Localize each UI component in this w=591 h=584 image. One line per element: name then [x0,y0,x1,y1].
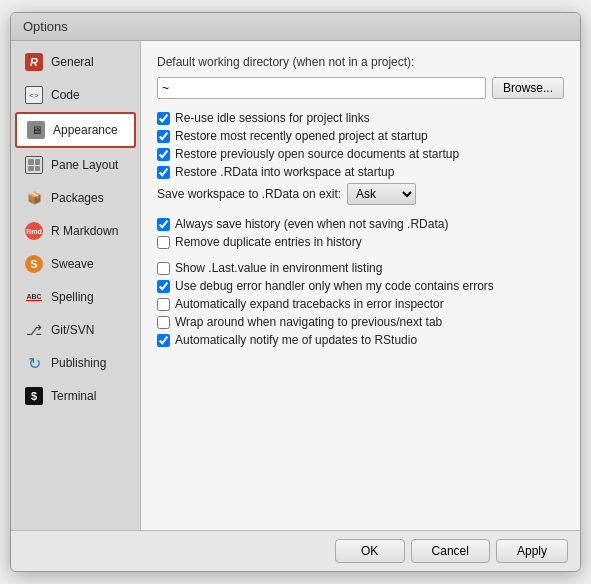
browse-button[interactable]: Browse... [492,77,564,99]
terminal-icon [23,385,45,407]
checkbox-restore-docs-label: Restore previously open source documents… [175,147,459,161]
sidebar-item-code[interactable]: Code [15,79,136,111]
sidebar-item-packages[interactable]: Packages [15,182,136,214]
checkbox-use-debug-handler-label: Use debug error handler only when my cod… [175,279,494,293]
code-icon [23,84,45,106]
sidebar-label-rmarkdown: R Markdown [51,224,118,238]
checkbox-auto-expand-tracebacks-label: Automatically expand tracebacks in error… [175,297,444,311]
checkbox-auto-notify-label: Automatically notify me of updates to RS… [175,333,417,347]
apply-button[interactable]: Apply [496,539,568,563]
sidebar-label-publishing: Publishing [51,356,106,370]
checkbox-show-last-value-label: Show .Last.value in environment listing [175,261,382,275]
checkbox-remove-duplicates: Remove duplicate entries in history [157,235,564,249]
sidebar-item-appearance[interactable]: Appearance [15,112,136,148]
checkbox-wrap-around: Wrap around when navigating to previous/… [157,315,564,329]
sidebar-label-appearance: Appearance [53,123,118,137]
sweave-icon [23,253,45,275]
sidebar-label-sweave: Sweave [51,257,94,271]
sidebar-item-git-svn[interactable]: Git/SVN [15,314,136,346]
save-workspace-row: Save workspace to .RData on exit: Ask Al… [157,183,564,205]
checkbox-remove-duplicates-label: Remove duplicate entries in history [175,235,362,249]
publishing-icon [23,352,45,374]
sidebar-item-spelling[interactable]: Spelling [15,281,136,313]
sidebar-label-general: General [51,55,94,69]
sidebar-label-packages: Packages [51,191,104,205]
cancel-button[interactable]: Cancel [411,539,490,563]
options-dialog: Options General Code Appearance [10,12,581,572]
checkbox-reuse-idle: Re-use idle sessions for project links [157,111,564,125]
checkbox-restore-rdata-input[interactable] [157,166,170,179]
title-bar: Options [11,13,580,41]
dir-label: Default working directory (when not in a… [157,55,564,69]
dialog-title: Options [23,19,68,34]
checkbox-always-save-history-label: Always save history (even when not savin… [175,217,448,231]
dialog-body: General Code Appearance [11,41,580,530]
checkbox-restore-docs-input[interactable] [157,148,170,161]
checkbox-wrap-around-label: Wrap around when navigating to previous/… [175,315,442,329]
content-area: Default working directory (when not in a… [141,41,580,530]
sidebar-label-spelling: Spelling [51,290,94,304]
checkbox-auto-expand-tracebacks-input[interactable] [157,298,170,311]
sidebar: General Code Appearance [11,41,141,530]
checkbox-restore-rdata: Restore .RData into workspace at startup [157,165,564,179]
checkbox-show-last-value-input[interactable] [157,262,170,275]
checkbox-reuse-idle-label: Re-use idle sessions for project links [175,111,370,125]
sidebar-item-rmarkdown[interactable]: R Markdown [15,215,136,247]
save-workspace-select[interactable]: Ask Always Never [347,183,416,205]
checkbox-always-save-history-input[interactable] [157,218,170,231]
checkbox-restore-recent: Restore most recently opened project at … [157,129,564,143]
checkbox-always-save-history: Always save history (even when not savin… [157,217,564,231]
checkbox-restore-rdata-label: Restore .RData into workspace at startup [175,165,394,179]
checkbox-use-debug-handler: Use debug error handler only when my cod… [157,279,564,293]
spelling-icon [23,286,45,308]
general-icon [23,51,45,73]
checkbox-auto-notify-input[interactable] [157,334,170,347]
checkbox-restore-docs: Restore previously open source documents… [157,147,564,161]
pane-layout-icon [23,154,45,176]
sidebar-item-terminal[interactable]: Terminal [15,380,136,412]
dir-input[interactable] [157,77,486,99]
checkbox-restore-recent-label: Restore most recently opened project at … [175,129,428,143]
git-icon [23,319,45,341]
checkbox-show-last-value: Show .Last.value in environment listing [157,261,564,275]
sidebar-item-sweave[interactable]: Sweave [15,248,136,280]
appearance-icon [25,119,47,141]
sidebar-item-publishing[interactable]: Publishing [15,347,136,379]
save-workspace-label: Save workspace to .RData on exit: [157,187,341,201]
sidebar-label-git-svn: Git/SVN [51,323,94,337]
checkbox-auto-expand-tracebacks: Automatically expand tracebacks in error… [157,297,564,311]
checkbox-auto-notify: Automatically notify me of updates to RS… [157,333,564,347]
sidebar-label-code: Code [51,88,80,102]
checkbox-remove-duplicates-input[interactable] [157,236,170,249]
checkbox-reuse-idle-input[interactable] [157,112,170,125]
sidebar-item-pane-layout[interactable]: Pane Layout [15,149,136,181]
dir-row: Browse... [157,77,564,99]
sidebar-label-pane-layout: Pane Layout [51,158,118,172]
sidebar-label-terminal: Terminal [51,389,96,403]
rmarkdown-icon [23,220,45,242]
dialog-footer: OK Cancel Apply [11,530,580,571]
checkbox-wrap-around-input[interactable] [157,316,170,329]
packages-icon [23,187,45,209]
checkbox-restore-recent-input[interactable] [157,130,170,143]
checkbox-use-debug-handler-input[interactable] [157,280,170,293]
sidebar-item-general[interactable]: General [15,46,136,78]
ok-button[interactable]: OK [335,539,405,563]
